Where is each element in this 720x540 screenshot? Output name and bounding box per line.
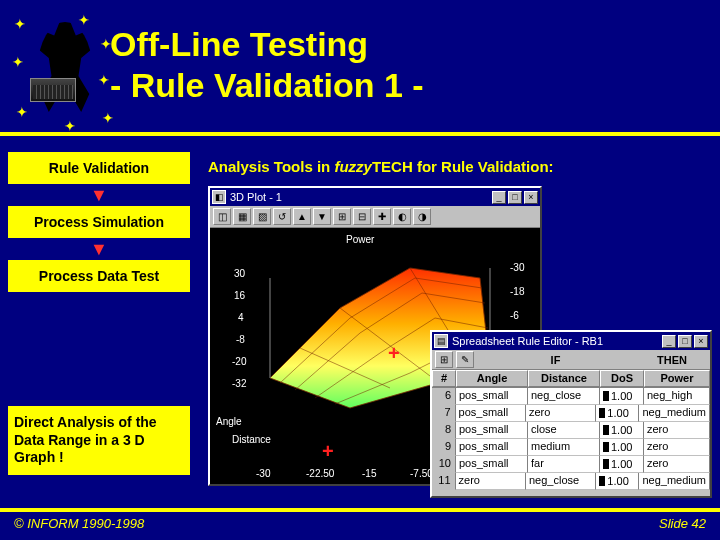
tool-button[interactable]: ✎ [456,351,474,368]
table-row[interactable]: 11zeroneg_close1.00neg_medium [432,473,710,490]
then-header: THEN [637,354,707,366]
rule-toolbar: ⊞ ✎ IF THEN [432,350,710,370]
close-button[interactable]: × [524,191,538,204]
table-row[interactable]: 7pos_smallzero1.00neg_medium [432,405,710,422]
slide-number: Slide 42 [659,516,706,531]
divider-top [0,132,720,136]
tool-button[interactable]: ⊟ [353,208,371,225]
tool-button[interactable]: ▨ [253,208,271,225]
tool-button[interactable]: ▦ [233,208,251,225]
window-icon: ◧ [212,190,226,204]
titlebar[interactable]: ▤ Spreadsheet Rule Editor - RB1 _ □ × [432,332,710,350]
window-title: 3D Plot - 1 [230,191,282,203]
window-title: Spreadsheet Rule Editor - RB1 [452,335,603,347]
table-row[interactable]: 10pos_smallfar1.00zero [432,456,710,473]
tool-button[interactable]: ✚ [373,208,391,225]
axis-label-x: Distance [232,434,271,445]
maximize-button[interactable]: □ [678,335,692,348]
table-row[interactable]: 9pos_smallmedium1.00zero [432,439,710,456]
crosshair-icon: + [388,342,400,365]
tool-button[interactable]: ◑ [413,208,431,225]
tool-button[interactable]: ▼ [313,208,331,225]
section-subtitle: Analysis Tools in fuzzyTECH for Rule Val… [208,158,554,175]
minimize-button[interactable]: _ [662,335,676,348]
arrow-down-icon: ▼ [8,188,190,202]
arrow-down-icon: ▼ [8,242,190,256]
crosshair-icon: + [322,440,334,463]
tool-button[interactable]: ↺ [273,208,291,225]
axis-label-z: Power [346,234,374,245]
plot-toolbar: ◫ ▦ ▨ ↺ ▲ ▼ ⊞ ⊟ ✚ ◐ ◑ [210,206,540,228]
tool-button[interactable]: ◐ [393,208,411,225]
window-icon: ▤ [434,334,448,348]
window-rule-editor: ▤ Spreadsheet Rule Editor - RB1 _ □ × ⊞ … [430,330,712,498]
tool-button[interactable]: ⊞ [435,351,453,368]
tool-button[interactable]: ◫ [213,208,231,225]
step-process-simulation: Process Simulation [8,206,190,238]
minimize-button[interactable]: _ [492,191,506,204]
copyright-text: © INFORM 1990-1998 [14,516,144,531]
tool-button[interactable]: ⊞ [333,208,351,225]
step-rule-validation: Rule Validation [8,152,190,184]
titlebar[interactable]: ◧ 3D Plot - 1 _ □ × [210,188,540,206]
axis-label-y: Angle [216,416,242,427]
slide-footer: © INFORM 1990-1998 Slide 42 [0,508,720,540]
table-row[interactable]: 6pos_smallneg_close1.00neg_high [432,388,710,405]
maximize-button[interactable]: □ [508,191,522,204]
keyboard-icon [30,78,76,102]
close-button[interactable]: × [694,335,708,348]
slide-title: Off-Line Testing - Rule Validation 1 - [110,10,424,106]
slide-logo: ✦ ✦ ✦ ✦ ✦ ✦ ✦ ✦ [10,10,110,130]
step-process-data-test: Process Data Test [8,260,190,292]
table-header: # Angle Distance DoS Power [432,370,710,388]
table-row[interactable]: 8pos_smallclose1.00zero [432,422,710,439]
if-header: IF [477,354,634,366]
tool-button[interactable]: ▲ [293,208,311,225]
callout-caption: Direct Analysis of the Data Range in a 3… [8,406,190,475]
